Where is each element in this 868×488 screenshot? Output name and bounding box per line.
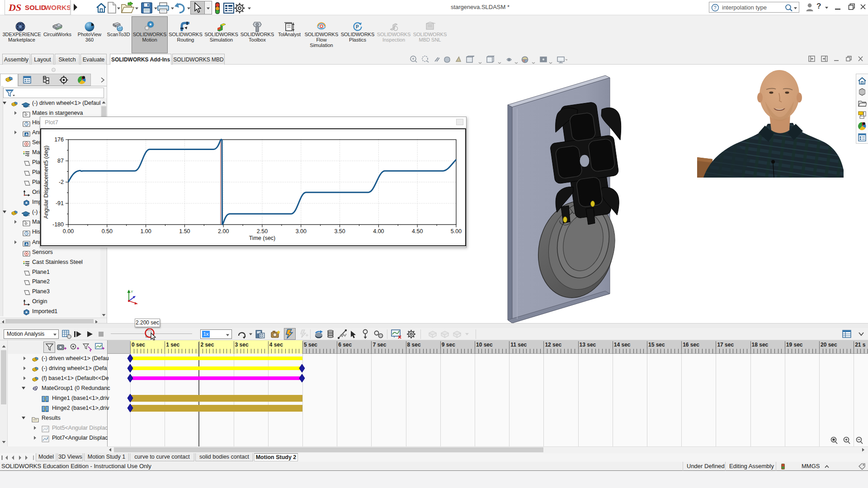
svg-text:87: 87: [57, 158, 64, 164]
svg-text:CW: CW: [54, 24, 58, 27]
svg-text:2.50: 2.50: [257, 228, 268, 235]
svg-text:0.50: 0.50: [102, 228, 113, 235]
svg-text:WORKS: WORKS: [45, 4, 70, 11]
svg-text:2.00: 2.00: [218, 228, 229, 235]
svg-text:4.50: 4.50: [412, 228, 423, 235]
svg-text:Y: Y: [131, 290, 133, 294]
svg-text:DS: DS: [8, 2, 21, 13]
svg-text:5.00: 5.00: [451, 228, 462, 235]
svg-text:4.00: 4.00: [373, 228, 384, 235]
svg-text:A: A: [25, 132, 28, 136]
svg-text:SOLID: SOLID: [25, 4, 46, 11]
svg-text:A: A: [25, 242, 28, 246]
svg-text:176: 176: [54, 136, 64, 143]
svg-text:1.00: 1.00: [140, 228, 151, 235]
svg-text:?: ?: [714, 5, 717, 10]
svg-text:-180: -180: [52, 221, 64, 228]
svg-text:P: P: [356, 24, 359, 29]
svg-text:Time (sec): Time (sec): [249, 235, 276, 241]
svg-text:-91: -91: [56, 200, 64, 206]
svg-text:0.00: 0.00: [63, 228, 74, 235]
svg-text:Angular Displacement5 (deg): Angular Displacement5 (deg): [43, 145, 49, 219]
svg-text:3.00: 3.00: [296, 228, 307, 235]
svg-text:1.50: 1.50: [179, 228, 190, 235]
svg-text:-2: -2: [59, 179, 64, 185]
svg-text:3.50: 3.50: [334, 228, 345, 235]
